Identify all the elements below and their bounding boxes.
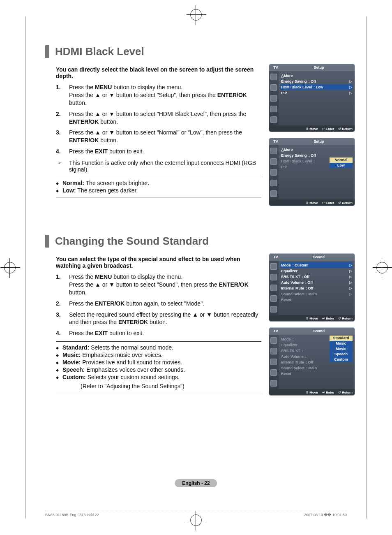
print-footer: BN68-01169B-Eng-0313.indd 22 2007-03-13 …	[45, 511, 347, 517]
osd-row-value: :	[305, 354, 307, 359]
osd-row: Sound Select: Main	[281, 365, 353, 371]
osd-more: △More	[281, 147, 353, 153]
definition-item: Movie: Provides live and full sound for …	[56, 359, 261, 366]
step-item: Press the ▲ or ▼ button to select "HDMI …	[56, 110, 261, 126]
osd-sidebar	[269, 71, 279, 125]
divider	[56, 393, 261, 393]
osd-category-icon	[270, 359, 277, 365]
osd-row: SRS TS XT: Off▷	[281, 274, 353, 280]
osd-row-value: : Off	[305, 280, 313, 285]
osd-sound-2: TVSoundMode:EqualizerSRS TS XT:Auto Volu…	[269, 327, 355, 396]
chevron-right-icon: ▷	[349, 263, 352, 267]
osd-hint-return: Return	[338, 317, 353, 320]
osd-tv-label: TV	[269, 138, 283, 145]
definition-item: Custom: Selects your custom sound settin…	[56, 374, 261, 380]
osd-row-label: Sound Select	[281, 292, 304, 296]
divider	[56, 197, 261, 197]
osd-hint-move: Move	[306, 127, 318, 131]
osd-hint-move: Move	[306, 391, 318, 394]
osd-row-label: Auto Volume	[281, 280, 304, 285]
osd-row-value: : Off	[306, 286, 314, 290]
osd-row-label: Energy Saving	[281, 153, 307, 157]
osd-category-icon	[270, 263, 277, 270]
osd-category-icon	[270, 285, 277, 291]
registration-mark-icon	[4, 262, 16, 273]
osd-row: Equalizer▷	[281, 268, 353, 274]
definition-item: Music: Emphasizes music over voices.	[56, 352, 261, 358]
osd-row: Mode: Custom▷	[280, 262, 353, 268]
section-hdmi: You can directly select the black level …	[45, 64, 355, 206]
osd-footer: MoveEnterReturn	[269, 389, 355, 396]
step-item: Press the ENTER/OK button again, to sele…	[56, 300, 261, 308]
step-item: Press the ▲ or ▼ button to select "Norma…	[56, 129, 261, 144]
osd-category-icon	[270, 116, 277, 123]
osd-sidebar	[269, 145, 279, 199]
osd-row: Internal Mute: Off▷	[281, 285, 353, 291]
osd-category-icon	[270, 74, 277, 80]
osd-row-label: PIP	[281, 165, 287, 169]
osd-category-icon	[270, 369, 277, 376]
osd-category-icon	[270, 169, 277, 176]
registration-mark-icon	[190, 9, 202, 21]
intro-sound: You can select the type of the special s…	[56, 256, 261, 269]
section-sound: You can select the type of the special s…	[45, 253, 355, 396]
osd-row-label: Auto Volume	[281, 354, 304, 359]
osd-row-value: :	[314, 159, 315, 163]
osd-row-value: : Off	[302, 275, 310, 279]
osd-row-label: Mode	[281, 263, 291, 267]
steps-sound: Press the MENU button to display the men…	[56, 273, 261, 337]
osd-row-label: Equalizer	[281, 269, 297, 273]
osd-hint-return: Return	[338, 201, 353, 205]
osd-row: Energy Saving: Off▷	[281, 79, 353, 84]
definition-item: Speech: Emphasizes voices over other sou…	[56, 366, 261, 373]
osd-row-label: SRS TS XT	[281, 275, 300, 279]
osd-tv-label: TV	[269, 64, 283, 71]
footer-right: 2007-03-13 �� 10:01:50	[304, 513, 347, 517]
osd-row-value: : Main	[306, 366, 317, 370]
chevron-right-icon: ▷	[349, 280, 352, 285]
definitions-hdmi: Normal: The screen gets brighter.Low: Th…	[56, 180, 261, 194]
osd-row-value: : Low	[314, 85, 323, 89]
osd-category-icon	[270, 348, 277, 354]
osd-row-value: : Main	[306, 292, 317, 296]
osd-option: Movie	[330, 346, 353, 352]
osd-option: Music	[330, 341, 353, 346]
step-item: Select the required sound effect by pres…	[56, 311, 261, 327]
definitions-sound: Standard: Selects the normal sound mode.…	[56, 344, 261, 380]
osd-category-icon	[270, 295, 277, 302]
osd-caption: Sound	[283, 327, 355, 335]
osd-option: Custom	[330, 357, 353, 362]
osd-category-icon	[270, 180, 277, 186]
osd-caption: Setup	[283, 64, 355, 71]
section-title-sound: Changing the Sound Standard	[45, 235, 355, 248]
osd-hint-enter: Enter	[322, 317, 334, 320]
osd-row-value: : Off	[306, 360, 314, 364]
note-hdmi: This Function is active only when the ex…	[56, 160, 261, 173]
chevron-right-icon: ▷	[349, 292, 352, 296]
trim-line	[25, 16, 26, 519]
osd-tv-label: TV	[269, 327, 283, 335]
step-item: Press the EXIT button to exit.	[56, 329, 261, 337]
osd-row-label: Reset	[281, 298, 291, 302]
osd-caption: Setup	[283, 138, 355, 145]
footer-left: BN68-01169B-Eng-0313.indd 22	[45, 513, 99, 517]
section-title-hdmi: HDMI Black Level	[45, 45, 355, 58]
osd-category-icon	[270, 380, 277, 387]
osd-row-label: SRS TS XT	[281, 349, 300, 353]
osd-row: PIP▷	[281, 90, 353, 96]
osd-option-popup: StandardMusicMovieSpeechCustom	[330, 336, 353, 362]
chevron-right-icon: ▷	[349, 269, 352, 273]
osd-row-label: HDMI Black Level	[281, 159, 312, 163]
chevron-right-icon: ▷	[349, 79, 352, 83]
osd-row-label: Mode	[281, 337, 291, 341]
osd-row-value: :	[293, 337, 294, 341]
osd-caption: Sound	[283, 253, 355, 261]
step-item: Press the MENU button to display the men…	[56, 83, 261, 107]
osd-hint-move: Move	[306, 317, 318, 320]
osd-row-label: PIP	[281, 91, 287, 95]
osd-sidebar	[269, 261, 279, 315]
chevron-right-icon: ▷	[349, 85, 352, 89]
osd-hint-return: Return	[338, 391, 353, 394]
step-item: Press the MENU button to display the men…	[56, 273, 261, 296]
definition-item: Standard: Selects the normal sound mode.	[56, 344, 261, 351]
